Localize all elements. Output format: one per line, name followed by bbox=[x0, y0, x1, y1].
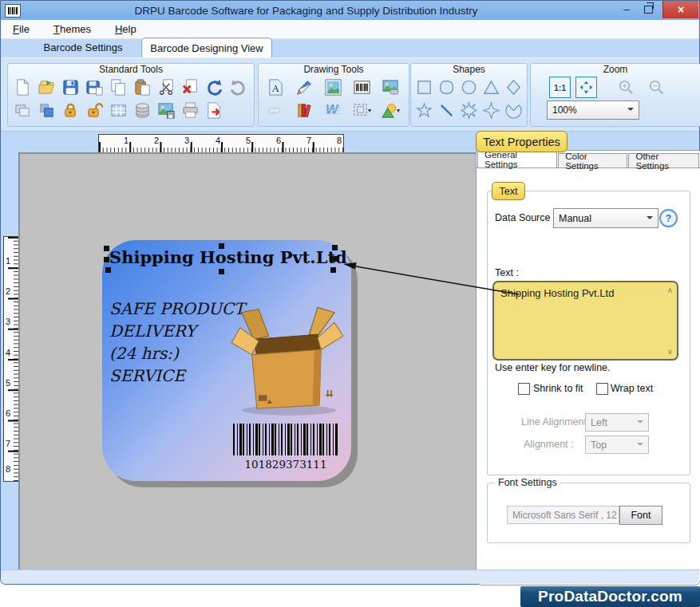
pie-shape-button[interactable] bbox=[502, 100, 524, 121]
tab-other-settings[interactable]: Other Settings bbox=[628, 153, 699, 168]
label-design[interactable]: Shipping Hosting Pvt.Ltd SAFE PRODUCT DE… bbox=[102, 240, 351, 481]
rectangle-shape-button[interactable] bbox=[413, 77, 436, 98]
zoom-in-button[interactable] bbox=[614, 77, 638, 98]
selection-handle[interactable] bbox=[330, 267, 336, 273]
restore-button[interactable] bbox=[637, 1, 659, 18]
zoom-level-select[interactable]: 100% bbox=[547, 101, 639, 120]
status-bar bbox=[1, 570, 699, 584]
pencil-tool-button[interactable] bbox=[290, 77, 318, 98]
shape-tool-button[interactable] bbox=[261, 100, 290, 121]
rounded-rectangle-shape-button[interactable] bbox=[436, 77, 458, 98]
selection-handle[interactable] bbox=[219, 269, 224, 274]
star-shape-icon bbox=[415, 101, 433, 120]
exit-icon bbox=[205, 101, 223, 120]
watermark-button[interactable]: W bbox=[318, 100, 347, 121]
library-button[interactable] bbox=[290, 100, 318, 121]
delete-button[interactable] bbox=[178, 77, 202, 98]
save-button[interactable] bbox=[58, 77, 82, 98]
label-title-text[interactable]: Shipping Hosting Pvt.Ltd bbox=[109, 247, 346, 267]
selection-handle[interactable] bbox=[104, 257, 109, 262]
zoom-fit-button[interactable] bbox=[575, 77, 597, 98]
undo-button[interactable] bbox=[202, 77, 226, 98]
new-document-button[interactable] bbox=[10, 77, 34, 98]
selection-handle[interactable] bbox=[104, 246, 109, 251]
new-document-icon bbox=[14, 78, 32, 97]
menu-help[interactable]: Help bbox=[115, 23, 136, 35]
bring-to-front-button[interactable] bbox=[34, 100, 58, 121]
shapes-title: Shapes bbox=[411, 64, 527, 76]
barcode-image[interactable] bbox=[233, 424, 338, 455]
selection-handle[interactable] bbox=[105, 267, 111, 273]
properties-tabs: General Settings Color Settings Other Se… bbox=[477, 151, 700, 168]
wrap-text-checkbox[interactable] bbox=[596, 383, 608, 395]
redo-button[interactable] bbox=[226, 77, 250, 98]
insert-shape-button[interactable]: ▾ bbox=[376, 100, 405, 121]
select-box-button[interactable]: ▾ bbox=[347, 100, 376, 121]
cut-button[interactable] bbox=[154, 77, 178, 98]
barcode-tool-button[interactable] bbox=[347, 77, 376, 98]
zoom-title: Zoom bbox=[531, 64, 700, 76]
scroll-up-icon[interactable]: ∧ bbox=[667, 286, 673, 294]
zoom-out-button[interactable] bbox=[644, 77, 668, 98]
tab-general-settings[interactable]: General Settings bbox=[477, 151, 557, 168]
horizontal-ruler: 12 34 56 78 bbox=[98, 134, 344, 153]
unlock-button[interactable] bbox=[82, 100, 106, 121]
menu-file[interactable]: File bbox=[13, 23, 30, 35]
line-shape-button[interactable] bbox=[436, 100, 458, 121]
line-shape-icon bbox=[437, 101, 456, 120]
vertical-ruler: 12 34 56 78 bbox=[3, 236, 19, 482]
text-input[interactable]: Shipping Hosting Pvt.Ltd ∧ ∨ bbox=[492, 281, 678, 361]
minimize-button[interactable]: – bbox=[616, 1, 637, 18]
chevron-down-icon bbox=[647, 216, 653, 223]
font-button[interactable]: Font bbox=[619, 506, 662, 525]
tab-color-settings[interactable]: Color Settings bbox=[558, 153, 627, 168]
data-source-select[interactable]: Manual bbox=[553, 208, 658, 228]
data-source-label: Data Source : bbox=[495, 212, 556, 223]
ellipse-shape-button[interactable] bbox=[458, 77, 481, 98]
menu-themes[interactable]: Themes bbox=[53, 23, 91, 35]
design-canvas[interactable]: Shipping Hosting Pvt.Ltd SAFE PRODUCT DE… bbox=[18, 152, 478, 573]
standard-tools-title: Standard Tools bbox=[8, 64, 254, 76]
tab-barcode-settings[interactable]: Barcode Settings bbox=[39, 38, 127, 57]
diamond-shape-button[interactable] bbox=[502, 77, 524, 98]
picture-tool-icon bbox=[324, 78, 342, 97]
print-button[interactable] bbox=[178, 100, 202, 121]
copy-button[interactable] bbox=[106, 77, 130, 98]
toolbar-row: Standard Tools bbox=[1, 57, 699, 132]
tab-barcode-designing-view[interactable]: Barcode Designing View bbox=[141, 37, 272, 58]
brand-banner[interactable]: ProDataDoctor.com bbox=[520, 586, 700, 607]
text-tool-button[interactable]: A bbox=[261, 77, 290, 98]
text-properties-badge: Text Properties bbox=[476, 131, 568, 152]
grid-button[interactable] bbox=[106, 100, 130, 121]
zoom-actual-button[interactable]: 1:1 bbox=[549, 77, 571, 98]
database-button[interactable] bbox=[130, 100, 154, 121]
shrink-to-fit-checkbox[interactable] bbox=[518, 383, 530, 395]
selection-handle[interactable] bbox=[332, 245, 338, 250]
paste-button[interactable] bbox=[130, 77, 154, 98]
picture-tool-button[interactable] bbox=[318, 77, 347, 98]
export-image-button[interactable] bbox=[154, 100, 178, 121]
cascade-button[interactable] bbox=[10, 100, 34, 121]
star-shape-button[interactable] bbox=[413, 100, 436, 121]
menu-bar: File Themes Help bbox=[1, 20, 699, 39]
four-point-star-shape-button[interactable] bbox=[480, 100, 502, 121]
lock-button[interactable] bbox=[58, 100, 82, 121]
label-body-text[interactable]: SAFE PRODUCT DELIVERY (24 hrs:) SERVICE bbox=[109, 298, 244, 387]
zoom-fit-icon bbox=[579, 80, 594, 95]
help-icon[interactable]: ? bbox=[659, 209, 678, 227]
scroll-down-icon[interactable]: ∨ bbox=[667, 347, 673, 356]
barcode-value: 101829373111 bbox=[222, 458, 350, 471]
save-as-button[interactable] bbox=[82, 77, 106, 98]
triangle-shape-button[interactable] bbox=[480, 77, 502, 98]
close-button[interactable]: × bbox=[662, 1, 698, 18]
image-tool-button[interactable] bbox=[376, 77, 405, 98]
burst-shape-button[interactable] bbox=[458, 100, 481, 121]
shrink-to-fit-label: Shrink to fit bbox=[533, 383, 583, 394]
redo-icon bbox=[229, 78, 247, 97]
exit-button[interactable] bbox=[202, 100, 226, 121]
cut-icon bbox=[157, 78, 176, 97]
standard-tools-group: Standard Tools bbox=[7, 63, 255, 127]
selection-handle[interactable] bbox=[219, 243, 224, 249]
selection-handle[interactable] bbox=[332, 256, 338, 262]
open-button[interactable] bbox=[34, 77, 58, 98]
